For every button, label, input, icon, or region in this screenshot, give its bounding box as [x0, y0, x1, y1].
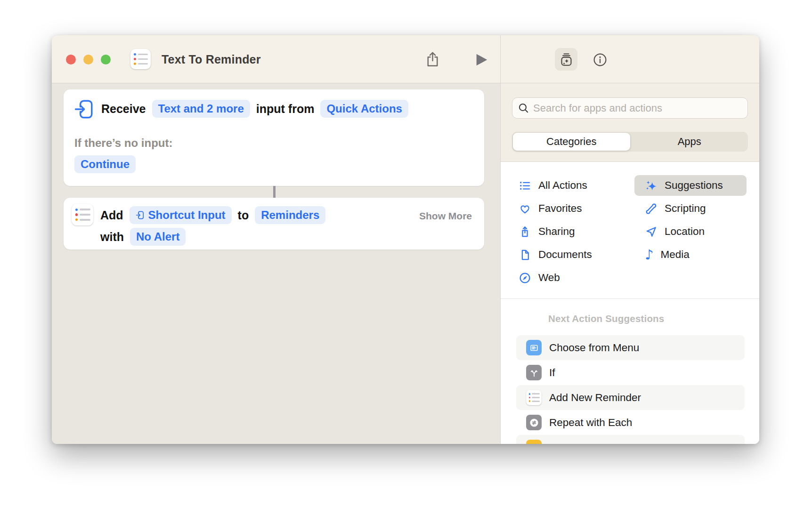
- category-sharing[interactable]: Sharing: [519, 221, 575, 242]
- shortcut-title: Text To Reminder: [162, 35, 261, 83]
- shortcut-input-label: Shortcut Input: [148, 209, 226, 222]
- reminders-app-icon: [130, 49, 151, 69]
- action-card-add-reminder[interactable]: Add Shortcut Input to Reminders Show Mor…: [64, 198, 484, 249]
- reminders-list-pill[interactable]: Reminders: [255, 206, 325, 224]
- scripting-icon: [645, 202, 658, 215]
- suggestions-header: Next Action Suggestions: [548, 313, 664, 324]
- no-input-label: If there’s no input:: [74, 137, 172, 150]
- workflow-canvas: Receive Text and 2 more input from Quick…: [52, 83, 500, 444]
- close-window-button[interactable]: [66, 55, 76, 64]
- category-documents[interactable]: Documents: [519, 244, 592, 265]
- share-icon: [519, 225, 531, 238]
- category-suggestions[interactable]: Suggestions: [645, 175, 723, 196]
- search-input[interactable]: [533, 102, 740, 114]
- next-action-suggestions: Next Action Suggestions Choose from Menu: [501, 299, 759, 444]
- action-connector: [273, 186, 276, 198]
- alert-sentence: with No Alert: [100, 227, 186, 246]
- suggestion-repeat-with-each[interactable]: Repeat with Each: [516, 410, 745, 435]
- with-word: with: [100, 230, 124, 244]
- document-icon: [519, 249, 531, 261]
- input-from-words: input from: [256, 102, 315, 116]
- receive-word: Receive: [101, 102, 146, 116]
- show-more-button[interactable]: Show More: [419, 210, 472, 222]
- shortcut-input-pill[interactable]: Shortcut Input: [130, 206, 232, 224]
- if-branch-icon: [526, 365, 542, 380]
- action-library-panel: Categories Apps All Actions: [501, 83, 759, 444]
- add-new-reminder-icon: [526, 390, 542, 405]
- repeat-icon: [526, 415, 542, 430]
- category-all-actions[interactable]: All Actions: [519, 175, 587, 196]
- shortcuts-editor-window: Text To Reminder: [52, 35, 759, 444]
- receive-input-icon: [74, 99, 94, 121]
- search-icon: [518, 103, 529, 113]
- category-media[interactable]: ♪ Media: [645, 244, 690, 265]
- partial-suggestion-icon: [526, 440, 542, 444]
- category-favorites[interactable]: Favorites: [519, 198, 582, 219]
- to-word: to: [238, 209, 249, 222]
- shortcut-input-icon: [136, 211, 144, 219]
- suggestion-choose-from-menu[interactable]: Choose from Menu: [516, 335, 745, 360]
- compass-icon: [519, 272, 531, 284]
- receive-sentence: Receive Text and 2 more input from Quick…: [101, 98, 408, 120]
- search-field[interactable]: [512, 97, 748, 119]
- tab-categories[interactable]: Categories: [513, 133, 630, 151]
- info-icon[interactable]: [593, 52, 608, 69]
- no-input-behavior-pill[interactable]: Continue: [74, 155, 136, 173]
- suggestion-if[interactable]: If: [516, 360, 745, 385]
- action-library-toggle[interactable]: [555, 48, 577, 71]
- suggestion-row-partial[interactable]: [516, 435, 745, 444]
- action-card-receive-input[interactable]: Receive Text and 2 more input from Quick…: [64, 89, 484, 186]
- add-word: Add: [100, 209, 123, 222]
- sparkles-icon: [645, 179, 658, 192]
- categories-section: All Actions Favorites Sharing: [501, 162, 759, 299]
- add-reminder-sentence: Add Shortcut Input to Reminders: [100, 204, 325, 226]
- desktop: Text To Reminder: [0, 0, 812, 515]
- tab-apps[interactable]: Apps: [631, 132, 748, 152]
- title-bar: Text To Reminder: [52, 35, 759, 83]
- music-note-icon: ♪: [645, 248, 654, 262]
- input-source-pill[interactable]: Quick Actions: [320, 100, 408, 118]
- zoom-window-button[interactable]: [101, 55, 111, 64]
- alert-pill[interactable]: No Alert: [130, 228, 186, 246]
- category-location[interactable]: Location: [645, 221, 705, 242]
- category-scripting[interactable]: Scripting: [645, 198, 706, 219]
- category-web[interactable]: Web: [519, 267, 560, 288]
- input-types-pill[interactable]: Text and 2 more: [152, 100, 250, 118]
- suggestion-add-new-reminder[interactable]: Add New Reminder: [516, 385, 745, 410]
- heart-icon: [519, 202, 531, 215]
- location-arrow-icon: [645, 225, 658, 238]
- reminders-action-icon: [72, 204, 93, 225]
- library-tabs: Categories Apps: [512, 132, 748, 152]
- share-icon[interactable]: [424, 50, 441, 71]
- run-shortcut-icon[interactable]: [474, 52, 489, 69]
- minimize-window-button[interactable]: [83, 55, 93, 64]
- list-bullet-icon: [519, 179, 531, 192]
- choose-from-menu-icon: [526, 340, 542, 355]
- panel-header: Categories Apps: [501, 83, 759, 162]
- panel-divider: [500, 35, 501, 444]
